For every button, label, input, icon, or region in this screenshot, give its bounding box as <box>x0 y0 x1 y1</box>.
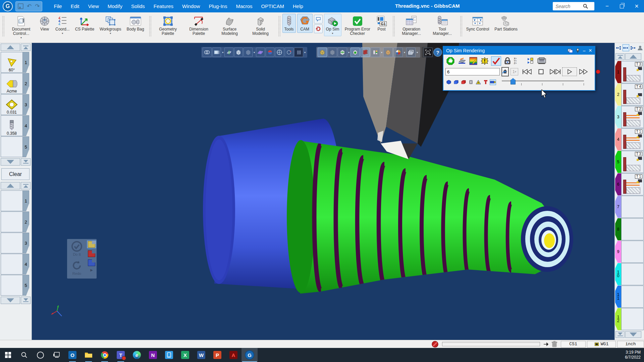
stock-visible-button[interactable] <box>318 48 327 57</box>
comment-balloon-button[interactable] <box>314 15 323 23</box>
menu-solids[interactable]: Solids <box>127 3 149 9</box>
scroll-down-button[interactable] <box>1 297 20 304</box>
to-start-button[interactable] <box>520 68 534 76</box>
operation-slot-3[interactable]: 3 T 2 <box>615 106 644 128</box>
geometry-palette-button[interactable]: Geometry Palette <box>153 14 183 37</box>
chevron-down-icon[interactable]: ▾ <box>417 51 418 54</box>
operation-slot-9[interactable]: 9 <box>615 241 644 263</box>
step-forward-button[interactable] <box>548 68 562 76</box>
task-view-button[interactable] <box>48 348 64 362</box>
taskbar-gibbscam[interactable]: G <box>241 348 258 362</box>
scroll-up-button[interactable] <box>1 182 20 189</box>
clamp-button[interactable] <box>314 24 323 33</box>
operation-slot-6[interactable]: 6 T 1 <box>615 173 644 195</box>
solid-view-button[interactable] <box>234 48 243 57</box>
menu-help[interactable]: Help <box>288 3 308 9</box>
verify-check-button[interactable] <box>491 56 501 66</box>
body-bag-button[interactable]: Body Bag <box>125 14 146 33</box>
chevron-down-icon[interactable]: ▾ <box>222 51 223 54</box>
operation-slot-10[interactable]: 10 <box>615 263 644 285</box>
op-number-input[interactable] <box>445 68 500 75</box>
op-sim-button[interactable]: Op Sim ▾ <box>324 14 341 36</box>
operation-slot-5[interactable]: 5 T 3 <box>615 151 644 173</box>
taskbar-search-button[interactable] <box>16 348 32 362</box>
menu-plugins[interactable]: Plug-Ins <box>204 3 231 9</box>
fixture-display-button[interactable] <box>383 48 393 57</box>
menu-modify[interactable]: Modify <box>103 3 127 9</box>
scroll-bottom-button[interactable] <box>615 331 625 338</box>
close-panel-icon[interactable]: × <box>589 47 592 54</box>
show-stock-button[interactable] <box>453 79 459 85</box>
taskbar-onenote[interactable]: N <box>145 348 161 362</box>
slider-thumb[interactable] <box>511 78 516 84</box>
body-yellow-button[interactable] <box>87 240 96 248</box>
stop-button[interactable] <box>534 68 548 76</box>
stock-section-button[interactable] <box>338 48 347 57</box>
chevron-down-icon[interactable]: ▾ <box>348 51 350 54</box>
menu-window[interactable]: Window <box>178 3 204 9</box>
body-blue-button[interactable] <box>87 259 96 266</box>
grid-button[interactable] <box>294 48 303 57</box>
chevron-down-icon[interactable]: ▾ <box>20 36 22 39</box>
taskbar-outlook[interactable]: O <box>64 348 80 362</box>
detach-window-icon[interactable] <box>568 49 573 53</box>
view-button[interactable]: View <box>37 14 52 33</box>
tool-slot-4[interactable]: 0.358 4 <box>1 115 31 136</box>
chevron-down-icon[interactable]: ▾ <box>110 32 111 35</box>
taskbar-powerpoint[interactable]: P <box>209 348 225 362</box>
scroll-top-button[interactable] <box>615 53 625 60</box>
command-slot-1[interactable]: 1 <box>1 190 31 211</box>
command-slot-2[interactable]: 2 <box>1 212 31 232</box>
target-part-button[interactable] <box>351 48 360 57</box>
tool-manager-button[interactable]: Tool Manager... <box>428 14 457 37</box>
solid-modeling-button[interactable]: Solid Modeling <box>246 14 275 37</box>
quadrant-view-button[interactable] <box>393 48 403 57</box>
scroll-up-button[interactable] <box>1 44 20 51</box>
xyz-readout-button[interactable]: X= Y= Z= <box>514 56 524 66</box>
start-button[interactable] <box>0 348 16 362</box>
window-layout-button[interactable] <box>406 48 416 57</box>
render-mode-button[interactable] <box>457 56 467 66</box>
menu-features[interactable]: Features <box>149 3 178 9</box>
record-button[interactable] <box>591 68 605 76</box>
speed-select[interactable]: 1 ▾ <box>511 68 518 75</box>
program-error-checker-button[interactable]: Program Error Checker <box>343 14 372 37</box>
toolpath-slices-button[interactable] <box>361 48 370 57</box>
op-sequence-button[interactable] <box>525 56 535 66</box>
show-part-button[interactable] <box>445 79 452 85</box>
taskbar-file-explorer[interactable] <box>80 348 97 362</box>
close-button[interactable]: × <box>629 0 644 12</box>
scroll-down-button[interactable] <box>625 331 641 338</box>
play-button[interactable] <box>562 67 577 76</box>
scroll-up-button[interactable] <box>625 53 641 60</box>
operation-slot-12[interactable]: 12 <box>615 308 644 330</box>
chevron-down-icon[interactable]: ▾ <box>332 32 333 35</box>
show-holder-button[interactable] <box>490 79 496 85</box>
operation-manager-button[interactable]: Operation Manager... <box>397 14 426 37</box>
menu-file[interactable]: File <box>50 3 66 9</box>
command-slot-5[interactable]: 5 <box>1 275 31 296</box>
taskbar-teams[interactable]: T <box>113 348 129 362</box>
redo-icon[interactable]: ↷ <box>35 3 40 9</box>
taskbar-remote-app[interactable] <box>161 348 177 362</box>
search-box[interactable] <box>553 2 594 10</box>
redo-button[interactable]: Redo <box>67 258 86 277</box>
alerts-button[interactable] <box>480 56 490 66</box>
operation-slot-7[interactable]: 7 <box>615 196 644 218</box>
search-input[interactable] <box>555 3 583 9</box>
minimize-button[interactable]: − <box>600 0 614 12</box>
taskbar-word[interactable]: W <box>193 348 209 362</box>
cs-palette-button[interactable]: CS Palette <box>73 14 96 33</box>
post-button[interactable]: G1 Post <box>374 14 390 33</box>
menu-macros[interactable]: Macros <box>231 3 257 9</box>
taskbar-chrome[interactable] <box>97 348 113 362</box>
taskbar-edge[interactable]: e <box>129 348 145 362</box>
op-list-button[interactable] <box>371 48 380 57</box>
chevron-down-icon[interactable]: ▾ <box>404 51 405 54</box>
minimize-panel-icon[interactable]: − <box>583 48 586 54</box>
hold-hand-button[interactable] <box>445 56 455 66</box>
scroll-top-button[interactable] <box>21 182 31 189</box>
do-it-button[interactable]: Do It <box>67 239 86 258</box>
operator-view-button[interactable] <box>637 44 643 51</box>
op-sim-panel-titlebar[interactable]: Op Sim Rendering − × <box>443 47 595 55</box>
